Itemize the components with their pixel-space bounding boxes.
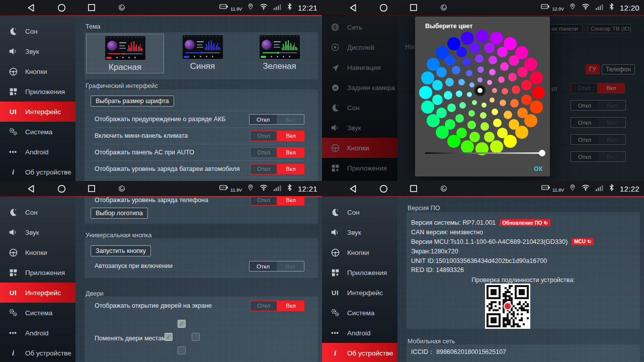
color-dot[interactable]	[493, 119, 502, 127]
logo-select-button[interactable]: Выбор логотипа	[91, 208, 148, 219]
color-dot[interactable]	[456, 90, 462, 97]
sidebar-item-4[interactable]: UIИнтерфейс	[0, 283, 75, 303]
color-dot[interactable]	[484, 43, 495, 53]
color-dot[interactable]	[477, 66, 484, 73]
door-checkbox-top[interactable]: ✓	[178, 320, 186, 328]
sidebar-item-3[interactable]: Приложения	[322, 262, 397, 283]
color-dot[interactable]	[489, 69, 496, 75]
color-dot[interactable]	[480, 122, 489, 131]
color-dot[interactable]	[461, 32, 474, 45]
sidebar-item-1[interactable]: Звук	[0, 41, 75, 61]
font-size-button[interactable]: Выбрать размер шрифта	[91, 96, 174, 107]
color-dot[interactable]	[521, 80, 532, 90]
color-dot[interactable]	[517, 67, 528, 77]
color-dot[interactable]	[500, 62, 509, 71]
sidebar-item-5[interactable]: Система	[0, 303, 75, 323]
color-dot[interactable]	[497, 47, 508, 57]
color-dot[interactable]	[475, 30, 489, 43]
color-dot[interactable]	[510, 99, 519, 108]
toggle-on[interactable]: ОтклВкл	[250, 131, 304, 141]
color-dot[interactable]	[459, 102, 466, 109]
sidebar-item-6[interactable]: •••Android	[322, 323, 397, 343]
color-dot[interactable]	[490, 98, 495, 103]
color-dot[interactable]	[532, 86, 545, 99]
toggle-on-option[interactable]: Вкл	[277, 147, 304, 158]
ok-button[interactable]: ОК	[534, 165, 543, 172]
toggle-off-option[interactable]: Откл	[250, 131, 277, 141]
toggle-off-option[interactable]: Откл	[250, 147, 277, 158]
sidebar-item-2[interactable]: Кнопки	[0, 242, 75, 262]
sidebar-item-1[interactable]: Звук	[0, 222, 75, 242]
color-dot[interactable]	[487, 80, 492, 85]
door-checkbox-bottom[interactable]	[178, 346, 186, 354]
toggle-off-option[interactable]: Откл	[250, 261, 277, 271]
sidebar-item-6[interactable]: •••Android	[0, 142, 75, 162]
sidebar-item-2[interactable]: Кнопки	[322, 242, 397, 262]
color-dot[interactable]	[517, 108, 528, 118]
color-dot[interactable]	[444, 91, 452, 100]
color-dot[interactable]	[462, 58, 471, 66]
spiral-icon[interactable]	[117, 184, 127, 194]
color-dot[interactable]	[504, 111, 512, 119]
toggle-on-option[interactable]: Вкл	[277, 131, 304, 141]
selected-color-indicator[interactable]	[475, 86, 485, 95]
sidebar-item-5[interactable]: Система	[0, 122, 75, 142]
sidebar-item-7[interactable]: iОб устройстве	[0, 343, 75, 362]
color-dot[interactable]	[461, 140, 474, 153]
toggle-off[interactable]: ОтклВкл	[249, 261, 304, 272]
color-dot[interactable]	[492, 88, 497, 93]
back-icon[interactable]	[26, 184, 36, 194]
color-dot[interactable]	[481, 103, 487, 108]
back-icon[interactable]	[348, 184, 358, 194]
toggle-off-option[interactable]: Откл	[250, 301, 277, 311]
toggle-on[interactable]: ОтклВкл	[250, 147, 304, 158]
color-dot[interactable]	[467, 121, 476, 129]
sidebar-item-4[interactable]: UIИнтерфейс	[0, 102, 75, 122]
sidebar-item-6[interactable]: •••Android	[0, 323, 75, 343]
color-dot[interactable]	[502, 88, 508, 95]
color-dot[interactable]	[467, 92, 472, 97]
theme-card-1[interactable]: Синяя	[164, 32, 241, 79]
color-dot[interactable]	[509, 55, 519, 66]
update-badge[interactable]: Обновление ПО↻	[500, 219, 550, 226]
color-dot[interactable]	[469, 43, 480, 53]
color-dot[interactable]	[477, 77, 482, 82]
sidebar-item-5[interactable]: Система	[322, 303, 397, 323]
toggle-on[interactable]: ОтклВкл	[250, 301, 304, 311]
color-dot[interactable]	[480, 112, 487, 119]
toggle-off-option[interactable]: Откл	[250, 115, 277, 124]
sidebar-item-0[interactable]: zСон	[0, 21, 75, 41]
color-dot[interactable]	[421, 101, 434, 114]
recents-icon[interactable]	[409, 184, 419, 194]
color-dot[interactable]	[490, 140, 503, 153]
color-dot[interactable]	[521, 95, 532, 105]
home-icon[interactable]	[378, 3, 388, 13]
color-dot[interactable]	[492, 109, 498, 115]
spiral-icon[interactable]	[117, 3, 127, 13]
color-dot[interactable]	[498, 76, 505, 83]
color-wheel[interactable]	[419, 30, 545, 155]
color-dot[interactable]	[466, 70, 472, 76]
color-dot[interactable]	[432, 95, 443, 105]
sidebar-item-4[interactable]: UIИнтерфейс	[322, 283, 397, 303]
color-dot[interactable]	[419, 86, 432, 99]
color-dot[interactable]	[456, 47, 467, 57]
color-dot[interactable]	[475, 54, 484, 63]
sidebar-item-1[interactable]: Звук	[322, 222, 397, 242]
color-dot[interactable]	[445, 55, 455, 66]
back-icon[interactable]	[348, 3, 358, 13]
recents-icon[interactable]	[87, 184, 97, 194]
home-icon[interactable]	[56, 3, 66, 13]
color-dot[interactable]	[484, 132, 495, 142]
color-dot[interactable]	[456, 128, 467, 138]
toggle-on-option[interactable]: Вкл	[277, 301, 304, 311]
sidebar-item-3[interactable]: Приложения	[0, 262, 75, 283]
toggle-off[interactable]: ОтклВкл	[249, 114, 304, 125]
color-dot[interactable]	[436, 67, 447, 77]
door-checkbox-right[interactable]	[192, 333, 200, 341]
sidebar-item-2[interactable]: Кнопки	[0, 61, 75, 81]
color-dot[interactable]	[445, 78, 454, 86]
spiral-icon[interactable]	[439, 184, 449, 194]
theme-card-2[interactable]: Зеленая	[241, 32, 318, 79]
toggle-on[interactable]: ОтклВкл	[250, 164, 304, 174]
